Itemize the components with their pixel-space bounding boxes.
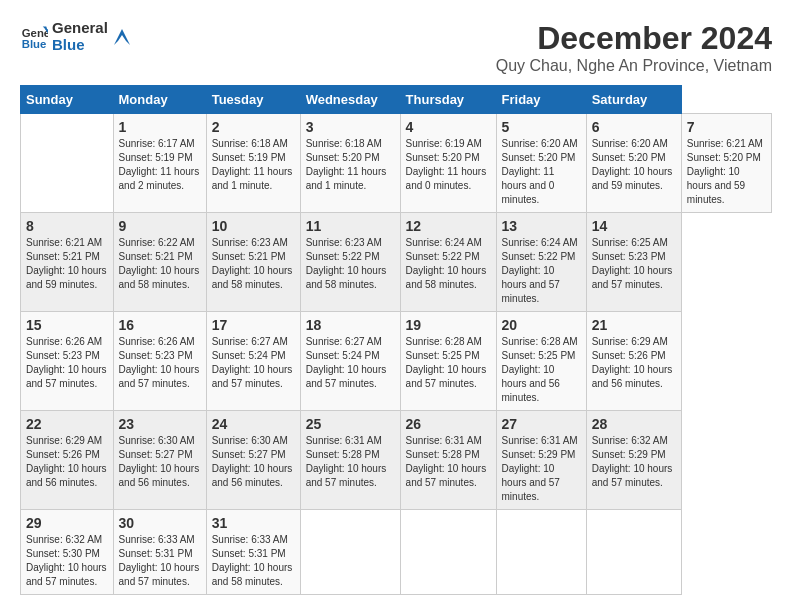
calendar-cell: 4 Sunrise: 6:19 AM Sunset: 5:20 PM Dayli… xyxy=(400,114,496,213)
col-thursday: Thursday xyxy=(400,86,496,114)
day-number: 28 xyxy=(592,416,676,432)
day-number: 22 xyxy=(26,416,108,432)
day-info: Sunrise: 6:23 AM Sunset: 5:21 PM Dayligh… xyxy=(212,236,295,292)
day-info: Sunrise: 6:19 AM Sunset: 5:20 PM Dayligh… xyxy=(406,137,491,193)
day-number: 25 xyxy=(306,416,395,432)
day-number: 16 xyxy=(119,317,201,333)
calendar-cell: 21 Sunrise: 6:29 AM Sunset: 5:26 PM Dayl… xyxy=(586,312,681,411)
calendar-cell: 7 Sunrise: 6:21 AM Sunset: 5:20 PM Dayli… xyxy=(681,114,771,213)
day-number: 19 xyxy=(406,317,491,333)
day-info: Sunrise: 6:18 AM Sunset: 5:19 PM Dayligh… xyxy=(212,137,295,193)
day-info: Sunrise: 6:22 AM Sunset: 5:21 PM Dayligh… xyxy=(119,236,201,292)
col-tuesday: Tuesday xyxy=(206,86,300,114)
day-number: 18 xyxy=(306,317,395,333)
day-number: 2 xyxy=(212,119,295,135)
calendar-cell: 25 Sunrise: 6:31 AM Sunset: 5:28 PM Dayl… xyxy=(300,411,400,510)
day-number: 11 xyxy=(306,218,395,234)
day-number: 13 xyxy=(502,218,581,234)
day-info: Sunrise: 6:33 AM Sunset: 5:31 PM Dayligh… xyxy=(119,533,201,589)
day-number: 26 xyxy=(406,416,491,432)
day-number: 5 xyxy=(502,119,581,135)
logo: General Blue General Blue xyxy=(20,20,132,53)
calendar-week-row: 15 Sunrise: 6:26 AM Sunset: 5:23 PM Dayl… xyxy=(21,312,772,411)
col-saturday: Saturday xyxy=(586,86,681,114)
day-number: 31 xyxy=(212,515,295,531)
day-info: Sunrise: 6:21 AM Sunset: 5:21 PM Dayligh… xyxy=(26,236,108,292)
day-number: 21 xyxy=(592,317,676,333)
day-info: Sunrise: 6:21 AM Sunset: 5:20 PM Dayligh… xyxy=(687,137,766,207)
day-number: 10 xyxy=(212,218,295,234)
page-title: December 2024 xyxy=(496,20,772,57)
day-info: Sunrise: 6:31 AM Sunset: 5:28 PM Dayligh… xyxy=(406,434,491,490)
day-info: Sunrise: 6:32 AM Sunset: 5:30 PM Dayligh… xyxy=(26,533,108,589)
col-wednesday: Wednesday xyxy=(300,86,400,114)
calendar-cell xyxy=(300,510,400,595)
calendar-cell: 8 Sunrise: 6:21 AM Sunset: 5:21 PM Dayli… xyxy=(21,213,114,312)
calendar-cell: 23 Sunrise: 6:30 AM Sunset: 5:27 PM Dayl… xyxy=(113,411,206,510)
col-sunday: Sunday xyxy=(21,86,114,114)
calendar-cell: 29 Sunrise: 6:32 AM Sunset: 5:30 PM Dayl… xyxy=(21,510,114,595)
calendar-week-row: 1 Sunrise: 6:17 AM Sunset: 5:19 PM Dayli… xyxy=(21,114,772,213)
calendar-cell: 16 Sunrise: 6:26 AM Sunset: 5:23 PM Dayl… xyxy=(113,312,206,411)
day-info: Sunrise: 6:24 AM Sunset: 5:22 PM Dayligh… xyxy=(406,236,491,292)
calendar-cell: 28 Sunrise: 6:32 AM Sunset: 5:29 PM Dayl… xyxy=(586,411,681,510)
day-number: 7 xyxy=(687,119,766,135)
calendar-cell xyxy=(21,114,114,213)
day-info: Sunrise: 6:20 AM Sunset: 5:20 PM Dayligh… xyxy=(502,137,581,207)
day-number: 3 xyxy=(306,119,395,135)
day-number: 8 xyxy=(26,218,108,234)
calendar-cell: 12 Sunrise: 6:24 AM Sunset: 5:22 PM Dayl… xyxy=(400,213,496,312)
calendar-cell: 10 Sunrise: 6:23 AM Sunset: 5:21 PM Dayl… xyxy=(206,213,300,312)
day-number: 9 xyxy=(119,218,201,234)
calendar-cell: 22 Sunrise: 6:29 AM Sunset: 5:26 PM Dayl… xyxy=(21,411,114,510)
day-info: Sunrise: 6:18 AM Sunset: 5:20 PM Dayligh… xyxy=(306,137,395,193)
calendar-cell: 13 Sunrise: 6:24 AM Sunset: 5:22 PM Dayl… xyxy=(496,213,586,312)
day-info: Sunrise: 6:32 AM Sunset: 5:29 PM Dayligh… xyxy=(592,434,676,490)
day-info: Sunrise: 6:33 AM Sunset: 5:31 PM Dayligh… xyxy=(212,533,295,589)
day-number: 12 xyxy=(406,218,491,234)
day-info: Sunrise: 6:28 AM Sunset: 5:25 PM Dayligh… xyxy=(406,335,491,391)
day-number: 20 xyxy=(502,317,581,333)
page-subtitle: Quy Chau, Nghe An Province, Vietnam xyxy=(496,57,772,75)
col-monday: Monday xyxy=(113,86,206,114)
calendar-cell xyxy=(496,510,586,595)
day-info: Sunrise: 6:27 AM Sunset: 5:24 PM Dayligh… xyxy=(306,335,395,391)
calendar-cell: 24 Sunrise: 6:30 AM Sunset: 5:27 PM Dayl… xyxy=(206,411,300,510)
logo-text-blue: Blue xyxy=(52,37,108,54)
calendar-header-row: Sunday Monday Tuesday Wednesday Thursday… xyxy=(21,86,772,114)
calendar-cell: 14 Sunrise: 6:25 AM Sunset: 5:23 PM Dayl… xyxy=(586,213,681,312)
calendar-cell: 3 Sunrise: 6:18 AM Sunset: 5:20 PM Dayli… xyxy=(300,114,400,213)
day-number: 1 xyxy=(119,119,201,135)
day-info: Sunrise: 6:26 AM Sunset: 5:23 PM Dayligh… xyxy=(26,335,108,391)
day-number: 27 xyxy=(502,416,581,432)
calendar-week-row: 29 Sunrise: 6:32 AM Sunset: 5:30 PM Dayl… xyxy=(21,510,772,595)
calendar-cell: 31 Sunrise: 6:33 AM Sunset: 5:31 PM Dayl… xyxy=(206,510,300,595)
calendar-week-row: 8 Sunrise: 6:21 AM Sunset: 5:21 PM Dayli… xyxy=(21,213,772,312)
calendar-cell: 15 Sunrise: 6:26 AM Sunset: 5:23 PM Dayl… xyxy=(21,312,114,411)
day-number: 17 xyxy=(212,317,295,333)
day-number: 4 xyxy=(406,119,491,135)
svg-text:Blue: Blue xyxy=(22,37,47,49)
calendar-cell: 19 Sunrise: 6:28 AM Sunset: 5:25 PM Dayl… xyxy=(400,312,496,411)
calendar-cell xyxy=(586,510,681,595)
calendar-week-row: 22 Sunrise: 6:29 AM Sunset: 5:26 PM Dayl… xyxy=(21,411,772,510)
day-info: Sunrise: 6:24 AM Sunset: 5:22 PM Dayligh… xyxy=(502,236,581,306)
calendar-cell: 18 Sunrise: 6:27 AM Sunset: 5:24 PM Dayl… xyxy=(300,312,400,411)
day-number: 30 xyxy=(119,515,201,531)
day-info: Sunrise: 6:28 AM Sunset: 5:25 PM Dayligh… xyxy=(502,335,581,405)
calendar-table: Sunday Monday Tuesday Wednesday Thursday… xyxy=(20,85,772,595)
day-number: 6 xyxy=(592,119,676,135)
day-info: Sunrise: 6:17 AM Sunset: 5:19 PM Dayligh… xyxy=(119,137,201,193)
day-info: Sunrise: 6:29 AM Sunset: 5:26 PM Dayligh… xyxy=(26,434,108,490)
day-number: 23 xyxy=(119,416,201,432)
logo-text-general: General xyxy=(52,20,108,37)
day-info: Sunrise: 6:29 AM Sunset: 5:26 PM Dayligh… xyxy=(592,335,676,391)
calendar-cell: 5 Sunrise: 6:20 AM Sunset: 5:20 PM Dayli… xyxy=(496,114,586,213)
day-info: Sunrise: 6:23 AM Sunset: 5:22 PM Dayligh… xyxy=(306,236,395,292)
logo-arrow-icon xyxy=(112,27,132,47)
day-number: 14 xyxy=(592,218,676,234)
calendar-cell: 2 Sunrise: 6:18 AM Sunset: 5:19 PM Dayli… xyxy=(206,114,300,213)
day-info: Sunrise: 6:25 AM Sunset: 5:23 PM Dayligh… xyxy=(592,236,676,292)
day-number: 24 xyxy=(212,416,295,432)
day-info: Sunrise: 6:31 AM Sunset: 5:29 PM Dayligh… xyxy=(502,434,581,504)
